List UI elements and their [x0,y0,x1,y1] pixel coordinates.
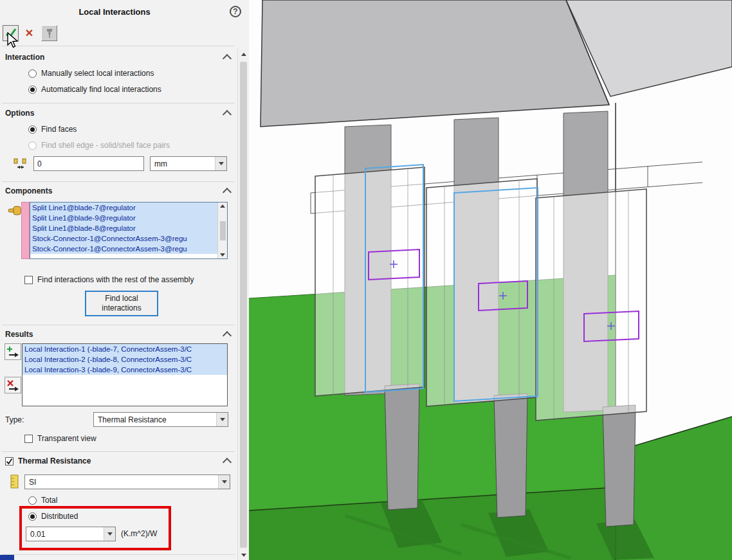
chevron-up-icon [223,54,232,63]
checkbox-label: Find interactions with the rest of the a… [37,275,194,284]
divider [2,451,235,452]
clearance-gap-icon [13,157,28,173]
section-header-thermal-resistance[interactable]: Thermal Resistance [5,456,230,465]
radio-distributed[interactable]: Distributed [28,512,78,521]
pin-button[interactable] [41,25,57,41]
find-local-interactions-button[interactable]: Find local interactions [85,291,158,316]
radio-manual-select[interactable]: Manually select local interactions [28,69,154,78]
panel-scrollbar[interactable] [237,49,249,560]
radio-icon [28,69,37,78]
radio-icon-selected [28,512,37,521]
scrollbar-thumb[interactable] [240,62,247,548]
scroll-down-icon[interactable] [238,550,249,560]
chevron-down-icon [104,527,115,541]
mouse-cursor [7,32,19,51]
checkbox-icon [24,435,33,443]
add-arrow-icon [6,345,19,358]
list-item[interactable]: Split Line1@blade-9@regulator [30,213,221,223]
scrollbar-thumb[interactable] [220,221,226,240]
resistance-value-dropdown[interactable]: 0.01 [26,527,116,541]
components-list-scrollbar[interactable] [217,203,227,258]
chevron-up-icon [223,331,232,340]
viewport-scene [249,0,732,560]
type-dropdown[interactable]: Thermal Resistance [93,412,228,427]
divider [2,103,235,104]
solidworks-window: Local Interactions ? ✕ Interaction Manua… [0,0,732,560]
chevron-up-icon [223,188,232,197]
list-item[interactable]: Local Interaction-2 (-blade-8, Connector… [23,354,227,365]
results-list[interactable]: Local Interaction-1 (-blade-7, Connector… [22,343,228,406]
section-label: Thermal Resistance [18,456,219,465]
checkbox-checked-icon[interactable] [5,457,14,465]
type-value: Thermal Resistance [98,415,216,424]
section-header-interaction[interactable]: Interaction [5,53,230,62]
button-label: Find local interactions [95,294,148,313]
chevron-down-icon [215,157,226,170]
section-header-options[interactable]: Options [5,109,230,118]
list-item[interactable]: Split Line1@blade-8@regulator [30,223,221,233]
radio-total[interactable]: Total [28,496,57,505]
resistance-unit-label: (K.m^2)/W [121,529,157,538]
pushpin-icon [44,28,55,39]
radio-find-shell-edge: Find shell edge - solid/shell face pairs [28,141,170,150]
radio-find-faces[interactable]: Find faces [28,125,77,134]
divider [2,554,235,555]
radio-icon-disabled [28,141,37,150]
section-label: Options [5,109,34,118]
pointing-hand-icon [8,203,22,219]
list-item[interactable]: Local Interaction-1 (-blade-7, Connector… [23,344,227,354]
chevron-up-icon [223,458,232,467]
checkbox-icon [24,276,33,284]
selection-color-strip [21,202,30,259]
delete-arrow-icon [6,379,19,392]
delete-interaction-button[interactable] [5,377,21,393]
divider [2,181,235,182]
list-item[interactable]: Stock-Connector-1@ConnectorAssem-3@regu [30,244,221,254]
ruler-icon [10,474,19,491]
gap-unit-dropdown[interactable]: mm [150,156,227,171]
cancel-button[interactable]: ✕ [21,25,37,41]
radio-icon-selected [28,86,37,94]
section-label: Interaction [5,53,44,62]
section-label: Components [5,186,52,195]
radio-auto-find[interactable]: Automatically find local interactions [28,85,161,94]
help-icon[interactable]: ? [230,6,241,17]
checkbox-label: Transparent view [37,434,96,443]
gap-value-input[interactable]: 0 [33,156,144,171]
radio-label: Find faces [41,125,77,134]
radio-label: Find shell edge - solid/shell face pairs [41,141,170,150]
list-item[interactable]: Stock-Connector-1@ConnectorAssem-3@regu [30,233,221,244]
radio-label: Distributed [41,512,78,521]
scroll-down-icon[interactable] [220,253,225,257]
checkbox-transparent-view[interactable]: Transparent view [24,434,96,443]
radio-label: Manually select local interactions [41,69,154,78]
scroll-up-icon[interactable] [238,49,249,59]
section-label: Results [5,330,33,339]
radio-label: Automatically find local interactions [41,85,161,94]
radio-label: Total [41,496,57,505]
viewport-3d[interactable] [249,0,732,560]
scroll-up-icon[interactable] [220,204,225,208]
checkbox-find-rest-of-assembly[interactable]: Find interactions with the rest of the a… [24,275,194,284]
add-interaction-button[interactable] [5,343,21,360]
section-header-components[interactable]: Components [5,186,230,195]
gap-value: 0 [37,159,42,168]
type-label: Type: [5,415,24,424]
radio-icon-selected [28,125,37,134]
chevron-down-icon [218,475,230,489]
divider [2,325,235,325]
partially-visible-section [0,555,14,560]
unit-system-dropdown[interactable]: SI [24,474,230,489]
components-list[interactable]: Split Line1@blade-7@regulator Split Line… [30,202,228,259]
chevron-down-icon [216,413,228,426]
radio-icon [28,496,37,505]
chevron-up-icon [223,110,232,119]
list-item[interactable]: Local Interaction-3 (-blade-9, Connector… [23,365,227,375]
unit-system-value: SI [29,478,218,487]
section-header-results[interactable]: Results [5,330,230,339]
list-item[interactable]: Split Line1@blade-7@regulator [30,203,221,213]
resistance-value: 0.01 [30,530,104,539]
panel-title: Local Interactions [0,7,229,17]
heatsink-block[interactable] [261,0,732,127]
gap-unit-value: mm [154,159,215,168]
